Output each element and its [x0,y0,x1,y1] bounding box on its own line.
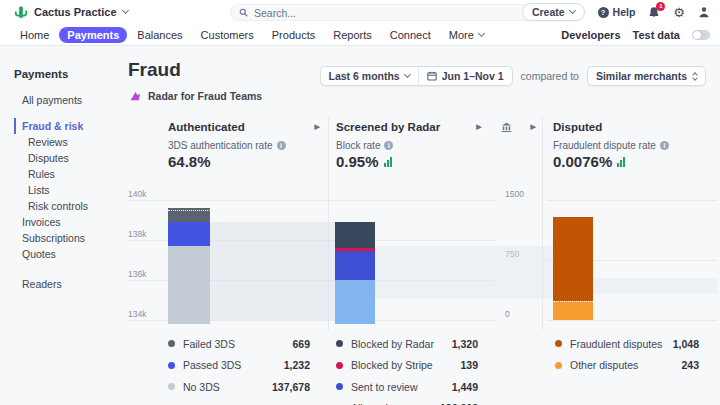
legend-column: Blocked by Radar1,320Blocked by Stripe13… [336,333,478,405]
chevron-down-icon [404,71,411,78]
bar-segment-blocked-by-radar [335,222,375,248]
sidebar-item-all-payments[interactable]: All payments [14,92,125,108]
legend-value: 243 [681,359,699,371]
profile-avatar-icon[interactable] [698,6,710,18]
nav-item-balances[interactable]: Balances [129,27,190,43]
sidebar-item-subscriptions[interactable]: Subscriptions [14,230,125,246]
section-title: Screened by Radar [336,121,440,133]
date-filter-group: Last 6 months Jun 1–Nov 1 [320,66,513,86]
section-screened-header[interactable]: Screened by Radar ▶ ▶ [336,121,536,133]
legend-label: Sent to review [351,381,452,393]
sidebar-item-disputes[interactable]: Disputes [14,150,125,166]
nav-item-more[interactable]: More [441,27,492,43]
metric-value: 0.95% [336,153,392,170]
legend-row: Passed 3DS1,232 [168,355,310,377]
legend-label: Fraudulent disputes [570,338,673,350]
calendar-icon [427,71,437,81]
bar-segment-sent-to-review [335,251,375,280]
product-badge: Radar for Fraud Teams [129,90,262,102]
flow-arrow-icon: ▶ [531,123,536,131]
gridline-left [128,200,495,201]
legend-row: Blocked by Stripe139 [336,355,478,377]
search-input[interactable]: Search... [230,4,570,21]
chevron-down-icon [569,7,576,14]
legend-label: Blocked by Radar [351,338,452,350]
sidebar-header: Payments [14,68,125,80]
test-data-toggle[interactable] [692,30,710,40]
app-window: Cactus Practice Search... Create ? Help [0,0,720,405]
settings-gear-icon[interactable]: ⚙ [673,6,685,19]
sidebar-item-risk-controls[interactable]: Risk controls [14,198,125,214]
comparison-select[interactable]: Similar merchants [587,66,706,86]
legend-dot-icon [168,340,175,347]
sidebar-gap [14,108,125,118]
sidebar-item-fraud-risk[interactable]: Fraud & risk [14,118,125,134]
help-icon: ? [598,7,609,18]
section-authenticated-header[interactable]: Authenticated ▶ [168,121,320,133]
toggle-knob [693,31,701,39]
legend-row: Failed 3DS669 [168,333,310,355]
search-placeholder: Search... [254,7,296,19]
notifications-button[interactable]: 1 [648,6,660,19]
metric-label-row: Block rate i [336,140,393,151]
bar-segment-allowed [335,280,375,324]
metric-value: 64.8% [168,153,211,170]
notification-badge: 1 [656,2,665,11]
axis-tick-left: 136k [128,269,146,279]
info-icon[interactable]: i [660,141,669,150]
help-label: Help [613,6,636,18]
legend-value: 137,678 [272,381,310,393]
legend-column: Failed 3DS669Passed 3DS1,232No 3DS137,67… [168,333,310,398]
sidebar-item-rules[interactable]: Rules [14,166,125,182]
nav-item-reports[interactable]: Reports [325,27,380,43]
legend-row: Other disputes243 [555,355,699,377]
chart-canvas: 140k138k136k134k15007500 [125,186,720,326]
developers-link[interactable]: Developers [561,29,620,41]
nav-item-home[interactable]: Home [12,27,57,43]
sidebar-gap [14,262,125,276]
legend-column: Fraudulent disputes1,048Other disputes24… [555,333,699,376]
account-name: Cactus Practice [34,6,117,18]
sidebar-item-reviews[interactable]: Reviews [14,134,125,150]
nav-item-customers[interactable]: Customers [193,27,262,43]
sidebar-item-lists[interactable]: Lists [14,182,125,198]
date-range-button[interactable]: Last 6 months [321,67,418,85]
section-disputed-header[interactable]: Disputed [553,121,602,133]
metric-value-text: 0.0076% [553,153,612,170]
bar-segment-passed-3ds [168,222,210,247]
sidebar-item-readers[interactable]: Readers [14,276,125,292]
radar-logo-icon [129,90,142,102]
flow-arrow-icon: ▶ [476,123,481,131]
bank-icon [501,122,512,133]
legend-dot-icon [336,362,343,369]
legend-value: 139 [460,359,478,371]
sidebar-item-invoices[interactable]: Invoices [14,214,125,230]
legend-value: 1,449 [452,381,478,393]
legend-value: 1,320 [452,338,478,350]
date-span-button[interactable]: Jun 1–Nov 1 [418,67,512,85]
legend-value: 1,232 [284,359,310,371]
help-button[interactable]: ? Help [598,6,636,18]
search-icon [239,8,248,17]
gridline-right [547,200,717,201]
metric-value-text: 0.95% [336,153,379,170]
fraud-dashboard: Authenticated ▶ 3DS authentication rate … [125,115,720,405]
info-icon[interactable]: i [277,141,286,150]
sparkline-bars-icon [617,157,625,167]
cactus-logo-icon [14,5,28,19]
nav-item-payments[interactable]: Payments [59,27,127,43]
legend-dot-icon [168,362,175,369]
section-title: Disputed [553,121,602,133]
create-button[interactable]: Create [522,3,585,21]
nav-item-products[interactable]: Products [264,27,323,43]
primary-nav: HomePaymentsBalancesCustomersProductsRep… [12,27,492,43]
info-icon[interactable]: i [384,141,393,150]
sidebar-item-quotes[interactable]: Quotes [14,246,125,262]
axis-tick-right: 1500 [505,189,524,199]
bar-segment-other-disputes [553,301,593,320]
legend-row: No 3DS137,678 [168,376,310,398]
metric-value-text: 64.8% [168,153,211,170]
nav-item-connect[interactable]: Connect [382,27,439,43]
account-switcher[interactable]: Cactus Practice [14,5,128,19]
legend-dot-icon [555,362,562,369]
